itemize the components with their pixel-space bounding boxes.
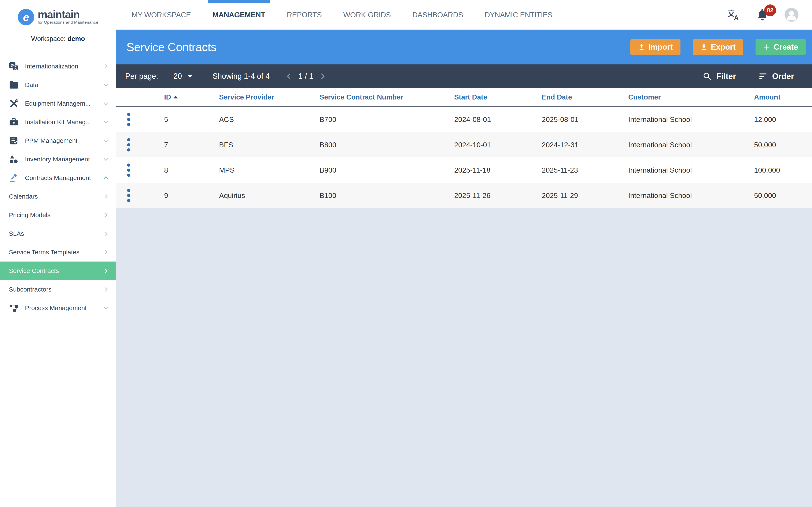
per-page-label: Per page: — [125, 72, 158, 81]
tab-management[interactable]: MANAGEMENT — [208, 0, 270, 30]
row-menu-kebab-icon[interactable] — [126, 112, 132, 127]
brand-logo: e maintain for Operations and Maintenanc… — [0, 9, 116, 25]
tab-my-workspace[interactable]: MY WORKSPACE — [127, 0, 196, 30]
sidebar-item-contracts-management[interactable]: Contracts Management — [0, 169, 116, 187]
chevron-right-icon — [103, 212, 109, 218]
row-menu-kebab-icon[interactable] — [126, 162, 132, 178]
row-actions — [116, 137, 164, 153]
row-actions — [116, 162, 164, 178]
sort-lines-icon — [758, 72, 768, 81]
row-menu-kebab-icon[interactable] — [126, 137, 132, 153]
process-icon — [9, 303, 18, 313]
translate-icon[interactable]: A — [727, 8, 740, 21]
tools-icon — [9, 99, 18, 108]
sidebar-item-label: Service Terms Templates — [9, 249, 80, 256]
workspace-name: demo — [67, 35, 85, 43]
toolbox-icon — [9, 117, 18, 127]
cell-start-date: 2024-08-01 — [454, 115, 542, 124]
export-button[interactable]: Export — [693, 39, 743, 55]
cell-id: 5 — [164, 115, 219, 124]
cell-end-date: 2025-11-29 — [542, 191, 628, 200]
cell-service-provider: MPS — [219, 166, 319, 174]
sidebar-item-calendars[interactable]: Calendars — [0, 187, 116, 206]
cell-service-provider: ACS — [219, 115, 319, 124]
order-button[interactable]: Order — [758, 72, 794, 81]
tab-work-grids[interactable]: WORK GRIDS — [339, 0, 395, 30]
cell-start-date: 2024-10-01 — [454, 141, 542, 149]
prev-page-button[interactable] — [285, 72, 293, 80]
row-actions — [116, 112, 164, 127]
column-header-id[interactable]: ID — [164, 93, 219, 101]
chevron-right-icon — [103, 268, 109, 274]
cell-start-date: 2025-11-26 — [454, 191, 542, 200]
column-header-end-date[interactable]: End Date — [542, 93, 628, 101]
sidebar-item-inventory-management[interactable]: Inventory Management — [0, 150, 116, 169]
notifications-bell[interactable]: 82 — [756, 8, 769, 21]
per-page-control: Per page: 20 — [125, 72, 192, 81]
order-button-label: Order — [772, 72, 794, 81]
sidebar-item-pricing-models[interactable]: Pricing Models — [0, 206, 116, 224]
column-header-amount[interactable]: Amount — [754, 93, 812, 101]
page-header: Service Contracts Import Export — [116, 30, 812, 64]
cell-amount: 50,000 — [754, 141, 812, 149]
chevron-down-icon — [103, 101, 109, 107]
column-header-service-contract-number[interactable]: Service Contract Number — [319, 93, 454, 101]
row-menu-kebab-icon[interactable] — [126, 187, 132, 204]
tab-reports[interactable]: REPORTS — [282, 0, 326, 30]
brand-logo-icon: e — [18, 9, 34, 25]
tab-dynamic-entities[interactable]: DYNAMIC ENTITIES — [480, 0, 557, 30]
download-icon — [700, 44, 708, 51]
sidebar-item-service-terms-templates[interactable]: Service Terms Templates — [0, 243, 116, 262]
translate-icon: G — [9, 61, 18, 71]
sidebar-item-internationalization[interactable]: G Internationalization — [0, 57, 116, 76]
per-page-select[interactable]: 20 — [173, 72, 192, 81]
table-row: 7 BFS B800 2024-10-01 2024-12-31 Interna… — [116, 132, 812, 157]
sidebar-item-service-contracts[interactable]: Service Contracts — [0, 262, 116, 280]
page-title: Service Contracts — [126, 40, 216, 54]
sidebar-item-installation-kit-management[interactable]: Installation Kit Manag... — [0, 113, 116, 131]
page-indicator: 1 / 1 — [298, 72, 313, 81]
create-button[interactable]: Create — [756, 39, 806, 55]
search-icon — [703, 72, 712, 81]
header-buttons: Import Export Create — [630, 39, 806, 55]
column-header-start-date[interactable]: Start Date — [454, 93, 542, 101]
column-header-label: End Date — [542, 93, 572, 101]
sidebar-item-slas[interactable]: SLAs — [0, 224, 116, 243]
sidebar-item-label: SLAs — [9, 230, 24, 237]
tab-dashboards[interactable]: DASHBOARDS — [408, 0, 468, 30]
top-navigation: MY WORKSPACE MANAGEMENT REPORTS WORK GRI… — [116, 0, 812, 30]
chevron-right-icon — [319, 72, 327, 80]
avatar[interactable] — [784, 8, 799, 22]
column-header-label: Start Date — [454, 93, 487, 101]
cell-id: 9 — [164, 191, 219, 200]
next-page-button[interactable] — [319, 72, 327, 80]
folder-icon — [9, 80, 18, 90]
cell-service-provider: Aquirius — [219, 191, 319, 200]
pagination: 1 / 1 — [285, 72, 327, 81]
filter-button[interactable]: Filter — [703, 72, 736, 81]
cell-id: 7 — [164, 141, 219, 149]
column-header-label: Service Provider — [219, 93, 274, 101]
sidebar-item-process-management[interactable]: Process Management — [0, 299, 116, 317]
list-toolbar: Per page: 20 Showing 1-4 of 4 1 / 1 — [116, 64, 812, 88]
column-header-customer[interactable]: Customer — [628, 93, 754, 101]
sidebar-item-label: Data — [25, 81, 38, 89]
table-row: 9 Aquirius B100 2025-11-26 2025-11-29 In… — [116, 183, 812, 208]
sidebar-item-data[interactable]: Data — [0, 76, 116, 94]
chevron-down-icon — [103, 82, 109, 88]
sidebar-item-subcontractors[interactable]: Subcontractors — [0, 280, 116, 299]
column-header-service-provider[interactable]: Service Provider — [219, 93, 319, 101]
cell-amount: 12,000 — [754, 115, 812, 124]
import-button[interactable]: Import — [630, 39, 680, 55]
cell-end-date: 2025-11-23 — [542, 166, 628, 174]
column-header-label: Service Contract Number — [319, 93, 403, 101]
brand-name: maintain — [38, 9, 98, 19]
notification-badge: 82 — [764, 4, 776, 16]
sidebar: e maintain for Operations and Maintenanc… — [0, 0, 116, 507]
empty-content-area — [116, 208, 812, 507]
sidebar-item-ppm-management[interactable]: PPM Management — [0, 131, 116, 150]
gavel-icon — [9, 173, 18, 183]
app-root: e maintain for Operations and Maintenanc… — [0, 0, 812, 507]
sort-ascending-icon — [173, 96, 178, 99]
sidebar-item-equipment-management[interactable]: Equipment Managem... — [0, 94, 116, 113]
